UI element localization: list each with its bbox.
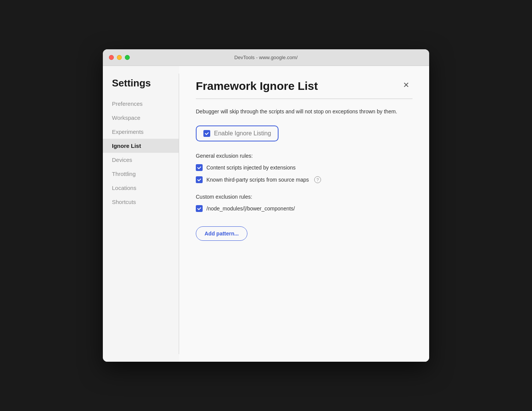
sidebar-item-throttling[interactable]: Throttling <box>103 167 179 181</box>
sidebar-item-preferences[interactable]: Preferences <box>103 97 179 111</box>
general-exclusion-section: General exclusion rules: Content scripts… <box>196 153 412 183</box>
enable-ignore-listing-container[interactable]: Enable Ignore Listing <box>196 125 279 141</box>
checkmark-icon <box>197 206 201 211</box>
content-scripts-checkbox[interactable] <box>196 164 203 171</box>
traffic-lights <box>109 55 130 60</box>
sidebar-item-ignore-list[interactable]: Ignore List <box>103 139 179 153</box>
custom-exclusion-section: Custom exclusion rules: /node_modules/|/… <box>196 194 412 212</box>
rule-content-scripts: Content scripts injected by extensions <box>196 164 412 171</box>
devtools-window: DevTools - www.google.com/ Settings Pref… <box>103 49 429 362</box>
checkmark-icon <box>197 177 201 182</box>
titlebar: DevTools - www.google.com/ <box>103 49 429 66</box>
sidebar-item-workspace[interactable]: Workspace <box>103 111 179 125</box>
checkmark-icon <box>197 165 201 170</box>
sidebar-item-locations[interactable]: Locations <box>103 181 179 195</box>
help-icon[interactable]: ? <box>314 176 321 183</box>
close-traffic-light[interactable] <box>109 55 114 60</box>
enable-ignore-checkbox[interactable] <box>203 130 210 137</box>
window-body: Settings Preferences Workspace Experimen… <box>103 66 429 362</box>
main-content: Framework Ignore List ✕ Debugger will sk… <box>179 66 429 362</box>
window-title: DevTools - www.google.com/ <box>235 55 298 60</box>
checkmark-icon <box>205 131 209 136</box>
content-scripts-label: Content scripts injected by extensions <box>206 165 296 171</box>
third-party-checkbox[interactable] <box>196 176 203 183</box>
custom-exclusion-label: Custom exclusion rules: <box>196 194 412 200</box>
add-pattern-button[interactable]: Add pattern... <box>196 226 247 241</box>
settings-heading: Settings <box>103 77 179 97</box>
close-button[interactable]: ✕ <box>400 80 412 90</box>
main-header: Framework Ignore List ✕ <box>196 80 412 93</box>
third-party-label: Known third-party scripts from source ma… <box>206 177 309 183</box>
sidebar: Settings Preferences Workspace Experimen… <box>103 66 179 362</box>
description-text: Debugger will skip through the scripts a… <box>196 107 412 116</box>
sidebar-item-experiments[interactable]: Experiments <box>103 125 179 139</box>
maximize-traffic-light[interactable] <box>125 55 130 60</box>
sidebar-item-shortcuts[interactable]: Shortcuts <box>103 195 179 209</box>
page-title: Framework Ignore List <box>196 80 318 93</box>
rule-third-party: Known third-party scripts from source ma… <box>196 176 412 183</box>
rule-node-modules: /node_modules/|/bower_components/ <box>196 205 412 212</box>
node-modules-checkbox[interactable] <box>196 205 203 212</box>
node-modules-label: /node_modules/|/bower_components/ <box>206 206 295 212</box>
minimize-traffic-light[interactable] <box>117 55 122 60</box>
sidebar-item-devices[interactable]: Devices <box>103 153 179 167</box>
general-exclusion-label: General exclusion rules: <box>196 153 412 159</box>
header-divider <box>196 99 412 99</box>
enable-ignore-label: Enable Ignore Listing <box>214 130 271 137</box>
